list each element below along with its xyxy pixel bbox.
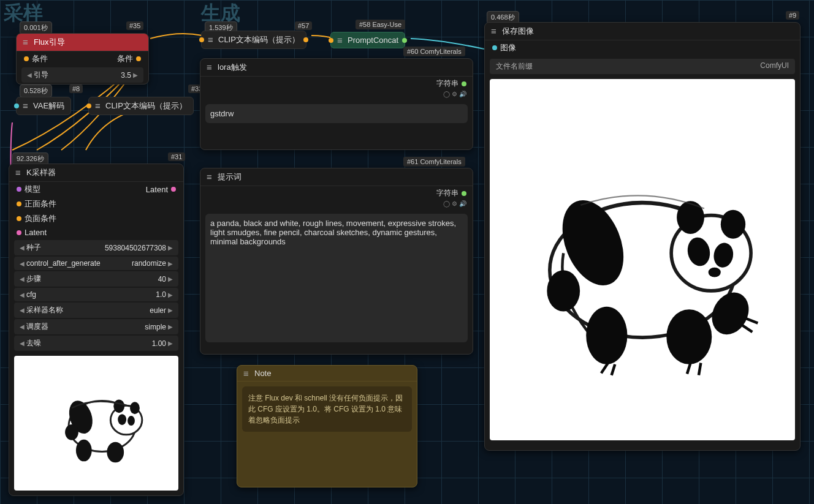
prompt-title: 提示词 bbox=[218, 171, 242, 182]
save-header[interactable]: 保存图像 bbox=[485, 23, 800, 40]
svg-point-2 bbox=[114, 399, 125, 413]
lora-source-badge: #60 ComfyLiterals bbox=[403, 47, 465, 56]
svg-point-4 bbox=[118, 414, 127, 425]
hamburger-icon bbox=[23, 105, 30, 107]
promptconcat-node[interactable]: PromptConcat bbox=[330, 32, 405, 48]
hamburger-icon bbox=[337, 39, 344, 42]
clip1-node[interactable]: CLIP文本编码（提示） bbox=[88, 97, 194, 115]
save-id-badge: #9 bbox=[786, 11, 799, 20]
note-header[interactable]: Note bbox=[237, 366, 417, 382]
ksampler-param-0[interactable]: ◀种子593804502677308▶ bbox=[14, 240, 178, 255]
lora-node[interactable]: lora触发 字符串 ◯ ⚙ 🔊 gstdrw bbox=[200, 58, 473, 150]
clip2-node[interactable]: CLIP文本编码（提示） bbox=[201, 31, 306, 49]
prompt-text-input[interactable]: a panda, black and white, rough lines, m… bbox=[205, 214, 468, 342]
prompt-source-badge: #61 ComfyLiterals bbox=[403, 157, 465, 167]
lora-title: lora触发 bbox=[218, 62, 247, 73]
ksampler-title: K采样器 bbox=[26, 167, 56, 178]
ksampler-param-1[interactable]: ◀control_after_generaterandomize▶ bbox=[14, 257, 178, 270]
save-image-node[interactable]: 保存图像 图像 文件名前缀 ComfyUI bbox=[484, 22, 801, 451]
svg-point-13 bbox=[721, 209, 745, 238]
ksampler-param-3[interactable]: ◀cfg1.0▶ bbox=[14, 288, 178, 301]
note-title: Note bbox=[254, 369, 271, 378]
save-preview bbox=[490, 79, 795, 440]
hamburger-icon bbox=[243, 372, 251, 375]
svg-point-3 bbox=[130, 402, 140, 414]
vae-title: VAE解码 bbox=[33, 100, 64, 111]
clip2-id-badge: #57 bbox=[295, 21, 312, 30]
clip1-title: CLIP文本编码（提示） bbox=[105, 100, 187, 111]
ksampler-param-5[interactable]: ◀调度器simple▶ bbox=[14, 319, 178, 334]
svg-point-5 bbox=[127, 416, 135, 426]
prompt-header[interactable]: 提示词 bbox=[200, 168, 473, 186]
hamburger-icon bbox=[207, 66, 214, 69]
svg-point-9 bbox=[66, 424, 79, 440]
hamburger-icon bbox=[491, 30, 498, 32]
hamburger-icon bbox=[95, 105, 102, 107]
svg-point-21 bbox=[547, 270, 580, 311]
ksampler-id-badge: #31 bbox=[168, 152, 185, 161]
flux-in: 条件 bbox=[32, 53, 48, 64]
flux-title: Flux引导 bbox=[34, 37, 65, 48]
promptconcat-title: PromptConcat bbox=[348, 36, 398, 45]
svg-point-7 bbox=[76, 440, 92, 462]
ksampler-param-4[interactable]: ◀采样器名称euler▶ bbox=[14, 303, 178, 318]
flux-param-guide[interactable]: ◀引导 3.5▶ bbox=[21, 67, 143, 83]
flux-timing: 0.001秒 bbox=[20, 21, 52, 34]
hamburger-icon bbox=[23, 41, 30, 43]
flux-node[interactable]: Flux引导 条件 条件 ◀引导 3.5▶ bbox=[16, 33, 149, 85]
lora-text-input[interactable]: gstdrw bbox=[205, 104, 468, 123]
flux-id-badge: #35 bbox=[126, 21, 143, 30]
flux-header[interactable]: Flux引导 bbox=[17, 34, 148, 51]
prompt-node[interactable]: 提示词 字符串 ◯ ⚙ 🔊 a panda, black and white, … bbox=[200, 168, 473, 355]
vae-node[interactable]: VAE解码 bbox=[16, 97, 71, 115]
note-node[interactable]: Note 注意 Flux dev 和 schnell 没有任何负面提示，因此 C… bbox=[237, 365, 417, 487]
svg-point-19 bbox=[666, 309, 712, 364]
save-prefix-field[interactable]: 文件名前缀 ComfyUI bbox=[490, 59, 795, 74]
clip2-title: CLIP文本编码（提示） bbox=[218, 34, 300, 45]
ksampler-param-6[interactable]: ◀去噪1.00▶ bbox=[14, 336, 178, 351]
lora-header[interactable]: lora触发 bbox=[200, 59, 473, 77]
ksampler-preview bbox=[14, 356, 178, 491]
vae-id-badge: #8 bbox=[69, 85, 83, 93]
panda-image-large bbox=[505, 97, 780, 423]
prompt-mini-icons[interactable]: ◯ ⚙ 🔊 bbox=[200, 200, 473, 209]
ksampler-node[interactable]: K采样器 模型 Latent 正面条件 负面条件 Latent ◀种子59380… bbox=[9, 164, 184, 496]
flux-out: 条件 bbox=[117, 53, 133, 64]
panda-image-small bbox=[22, 363, 170, 484]
promptconcat-source-badge: #58 Easy-Use bbox=[356, 20, 405, 29]
svg-point-16 bbox=[709, 267, 721, 277]
lora-mini-icons[interactable]: ◯ ⚙ 🔊 bbox=[200, 91, 473, 99]
hamburger-icon bbox=[207, 176, 214, 178]
ksampler-header[interactable]: K采样器 bbox=[9, 164, 183, 182]
save-title: 保存图像 bbox=[502, 26, 534, 37]
ksampler-param-2[interactable]: ◀步骤40▶ bbox=[14, 271, 178, 287]
vae-timing: 0.528秒 bbox=[20, 85, 52, 97]
hamburger-icon bbox=[15, 171, 23, 174]
svg-point-8 bbox=[107, 442, 124, 463]
svg-point-18 bbox=[586, 306, 627, 364]
note-text: 注意 Flux dev 和 schnell 没有任何负面提示，因此 CFG 应设… bbox=[242, 386, 412, 432]
svg-point-12 bbox=[677, 201, 704, 234]
hamburger-icon bbox=[208, 39, 215, 41]
